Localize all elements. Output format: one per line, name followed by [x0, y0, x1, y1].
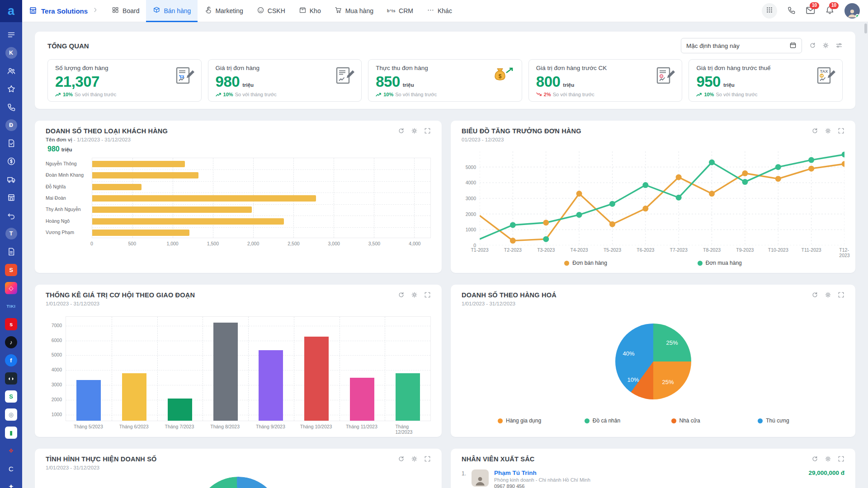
kpi-unit: triệu: [563, 82, 574, 88]
menu-icon[interactable]: [0, 26, 22, 44]
tiktok-icon[interactable]: ♪: [0, 333, 22, 351]
refresh-icon[interactable]: [811, 127, 818, 134]
workspace-k-badge[interactable]: K: [0, 44, 22, 62]
call-icon[interactable]: [0, 98, 22, 116]
x-tick: T7-2023: [670, 247, 688, 253]
tab-label: Kho: [310, 7, 321, 14]
gear-icon[interactable]: [825, 291, 831, 298]
employee-avatar[interactable]: [472, 469, 489, 487]
sapo-icon[interactable]: S: [0, 387, 22, 405]
tab-mua-hàng[interactable]: Mua hàng: [328, 0, 380, 22]
gear-icon[interactable]: [411, 127, 418, 134]
y-tick: 1000: [52, 412, 62, 417]
tab-kho[interactable]: Kho: [292, 0, 328, 22]
tab-cskh[interactable]: CSKH: [250, 0, 292, 22]
app-logo[interactable]: a: [0, 0, 22, 22]
y-tick: 7000: [52, 323, 62, 328]
contacts-icon[interactable]: [0, 62, 22, 80]
expand-icon[interactable]: [838, 455, 844, 462]
category-label: Mai Đoàn: [46, 192, 92, 203]
kpi-icon-doc-tax: TAX$: [816, 66, 836, 86]
workspace-t-badge[interactable]: T: [0, 225, 22, 243]
expand-icon[interactable]: [424, 291, 431, 298]
gear-icon[interactable]: [411, 291, 418, 298]
gear-icon[interactable]: [822, 42, 829, 49]
kpi-change: 10%So với tháng trước: [216, 92, 354, 97]
tab-marketing[interactable]: Marketing: [198, 0, 250, 22]
category-label: Hoàng Ngô: [46, 215, 92, 226]
call-button[interactable]: [787, 6, 796, 16]
refresh-icon[interactable]: [398, 455, 405, 462]
apps-grid-button[interactable]: [762, 3, 777, 19]
svg-text:%: %: [660, 75, 663, 78]
chart-total: 980triệu: [46, 145, 431, 153]
legend-dot: [498, 418, 503, 423]
kpi-title: Số lượng đơn hàng: [55, 65, 194, 71]
category-label: Đỗ Nghĩa: [46, 181, 92, 192]
sendo-icon[interactable]: s: [0, 315, 22, 333]
workspace-t-badge-label: T: [5, 228, 17, 239]
expand-icon[interactable]: [838, 291, 844, 298]
legend-item[interactable]: Hàng gia dụng: [498, 418, 541, 424]
tiki-icon[interactable]: TIKI: [0, 297, 22, 315]
workspace-k-badge-label: K: [5, 47, 17, 59]
green-card-app-icon[interactable]: ▮: [0, 423, 22, 441]
orders-icon[interactable]: [0, 134, 22, 152]
sparkles-icon[interactable]: ✦: [0, 478, 22, 488]
tab-crm[interactable]: b°tsCRM: [380, 0, 420, 22]
date-filter-select[interactable]: Mặc định tháng này: [681, 38, 802, 53]
expand-icon[interactable]: [424, 455, 431, 462]
legend-item[interactable]: Thú cưng: [758, 418, 789, 424]
dong-badge[interactable]: Đ: [0, 116, 22, 134]
y-tick: 5000: [52, 352, 62, 357]
lazada-icon[interactable]: ◇: [0, 279, 22, 297]
refresh-icon[interactable]: [398, 127, 405, 134]
headset-app-icon[interactable]: ◖◗: [0, 369, 22, 387]
bar-Tháng 12/2023: [396, 373, 420, 421]
x-tick: Tháng 8/2023: [210, 424, 240, 429]
mail-button[interactable]: 10: [806, 5, 815, 17]
notifications-button[interactable]: 10: [825, 5, 835, 17]
gear-icon[interactable]: [825, 455, 831, 462]
returns-icon[interactable]: [0, 206, 22, 225]
tab-board[interactable]: Board: [105, 0, 146, 22]
apps-grid-icon: [765, 6, 774, 16]
finance-icon[interactable]: [0, 152, 22, 170]
store-icon[interactable]: [0, 188, 22, 206]
refresh-icon[interactable]: [809, 42, 816, 49]
legend-item[interactable]: Đồ cá nhân: [585, 418, 620, 424]
refresh-icon[interactable]: [811, 455, 818, 462]
gear-icon[interactable]: [825, 127, 831, 134]
board-icon: [112, 6, 119, 15]
refresh-icon[interactable]: [398, 291, 405, 298]
delivery-icon[interactable]: [0, 170, 22, 188]
box-icon: [299, 6, 307, 15]
gear-icon[interactable]: [411, 455, 418, 462]
employee-name-link[interactable]: Phạm Tú Trinh: [494, 469, 590, 476]
expand-icon[interactable]: [424, 127, 431, 134]
y-tick: 3000: [52, 382, 62, 387]
shopee-icon[interactable]: S: [0, 261, 22, 279]
tab-khác[interactable]: Khác: [420, 0, 459, 22]
legend-item[interactable]: Nhà cửa: [671, 418, 700, 424]
c-app-icon[interactable]: C: [0, 460, 22, 478]
tab-bán-hàng[interactable]: Bán hàng: [146, 0, 198, 22]
red-swirl-app-icon[interactable]: ❖: [0, 441, 22, 460]
y-tick: 4000: [466, 180, 476, 185]
refresh-icon[interactable]: [811, 291, 818, 298]
favorites-icon[interactable]: [0, 80, 22, 98]
facebook-icon[interactable]: f: [0, 351, 22, 369]
bar-Tháng 11/2023: [350, 378, 374, 421]
user-avatar[interactable]: [844, 3, 860, 19]
legend-dot: [698, 261, 703, 266]
invoice-icon[interactable]: [0, 243, 22, 261]
scrollbar[interactable]: [864, 23, 867, 33]
tune-icon[interactable]: [835, 42, 843, 49]
swirl-app-icon[interactable]: ◎: [0, 405, 22, 423]
expand-icon[interactable]: [838, 127, 844, 134]
legend-item[interactable]: Đơn bán hàng: [564, 260, 607, 266]
brand[interactable]: Tera Solutions: [28, 6, 88, 16]
top-employees-panel: NHÂN VIÊN XUẤT SẮC 1.Phạm Tú TrinhPhòng …: [451, 449, 855, 488]
y-tick: 4000: [52, 367, 62, 372]
legend-item[interactable]: Đơn mua hàng: [698, 260, 742, 266]
